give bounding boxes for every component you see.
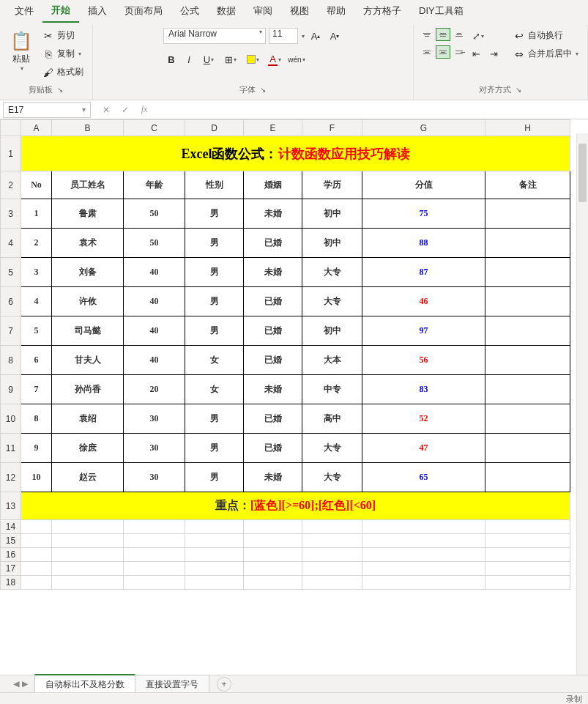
cell-marriage[interactable]: 已婚 bbox=[244, 434, 302, 463]
column-header[interactable]: H bbox=[485, 120, 570, 136]
align-right-button[interactable] bbox=[452, 45, 466, 59]
column-header[interactable]: D bbox=[185, 120, 244, 136]
align-top-button[interactable] bbox=[420, 28, 434, 41]
sheet-nav-next[interactable]: ▶ bbox=[22, 679, 28, 689]
empty-cell[interactable] bbox=[21, 548, 52, 562]
cell-education[interactable]: 大专 bbox=[302, 287, 362, 316]
cell-education[interactable]: 高中 bbox=[302, 404, 362, 434]
scrollbar-thumb[interactable] bbox=[578, 144, 587, 202]
empty-cell[interactable] bbox=[362, 548, 485, 562]
empty-cell[interactable] bbox=[302, 520, 362, 534]
cell-no[interactable]: 5 bbox=[21, 316, 52, 346]
empty-cell[interactable] bbox=[302, 562, 362, 576]
paste-button[interactable]: 📋 粘贴 ▾ bbox=[6, 28, 37, 75]
menu-file[interactable]: 文件 bbox=[6, 0, 42, 22]
row-header[interactable]: 18 bbox=[1, 576, 21, 590]
empty-cell[interactable] bbox=[485, 520, 570, 534]
empty-cell[interactable] bbox=[362, 576, 485, 590]
header-gender[interactable]: 性别 bbox=[185, 171, 244, 199]
empty-cell[interactable] bbox=[485, 548, 570, 562]
menu-home[interactable]: 开始 bbox=[42, 0, 79, 23]
empty-cell[interactable] bbox=[52, 520, 124, 534]
cell-no[interactable]: 1 bbox=[21, 199, 52, 229]
row-header[interactable]: 1 bbox=[1, 136, 21, 171]
cell-score[interactable]: 56 bbox=[362, 346, 485, 375]
cell-marriage[interactable]: 已婚 bbox=[244, 316, 302, 346]
header-name[interactable]: 员工姓名 bbox=[52, 171, 124, 199]
menu-data[interactable]: 数据 bbox=[208, 0, 245, 22]
cell-gender[interactable]: 男 bbox=[185, 258, 244, 287]
menu-help[interactable]: 帮助 bbox=[318, 0, 354, 22]
cell-no[interactable]: 3 bbox=[21, 258, 52, 287]
cell-name[interactable]: 孙尚香 bbox=[52, 375, 124, 404]
empty-cell[interactable] bbox=[52, 548, 124, 562]
column-header[interactable]: G bbox=[362, 120, 485, 136]
menu-insert[interactable]: 插入 bbox=[79, 0, 116, 22]
empty-cell[interactable] bbox=[21, 562, 52, 576]
cell-gender[interactable]: 男 bbox=[185, 434, 244, 463]
cell-remark[interactable] bbox=[485, 463, 570, 492]
menu-review[interactable]: 审阅 bbox=[245, 0, 281, 22]
cell-gender[interactable]: 男 bbox=[185, 229, 244, 258]
cell-education[interactable]: 初中 bbox=[302, 229, 362, 258]
empty-cell[interactable] bbox=[244, 548, 302, 562]
row-header[interactable]: 13 bbox=[1, 492, 21, 520]
cell-no[interactable]: 2 bbox=[21, 229, 52, 258]
empty-cell[interactable] bbox=[362, 562, 485, 576]
empty-cell[interactable] bbox=[485, 534, 570, 548]
cut-button[interactable]: ✂剪切 bbox=[40, 28, 86, 43]
cell-age[interactable]: 30 bbox=[124, 434, 185, 463]
copy-button[interactable]: ⎘复制▾ bbox=[40, 46, 86, 62]
menu-view[interactable]: 视图 bbox=[281, 0, 318, 22]
row-header[interactable]: 8 bbox=[1, 346, 21, 375]
row-header[interactable]: 12 bbox=[1, 463, 21, 492]
cell-age[interactable]: 50 bbox=[124, 199, 185, 229]
header-remark[interactable]: 备注 bbox=[485, 171, 570, 199]
font-size-select[interactable]: 11 bbox=[269, 28, 298, 44]
cell-remark[interactable] bbox=[485, 229, 570, 258]
cell-age[interactable]: 40 bbox=[124, 287, 185, 316]
cell-score[interactable]: 65 bbox=[362, 463, 485, 492]
cell-gender[interactable]: 女 bbox=[185, 375, 244, 404]
cell-marriage[interactable]: 已婚 bbox=[244, 346, 302, 375]
column-header[interactable]: B bbox=[52, 120, 124, 136]
cell-marriage[interactable]: 未婚 bbox=[244, 463, 302, 492]
cell-age[interactable]: 20 bbox=[124, 375, 185, 404]
vertical-scrollbar[interactable] bbox=[576, 133, 588, 675]
row-header[interactable]: 6 bbox=[1, 287, 21, 316]
empty-cell[interactable] bbox=[21, 520, 52, 534]
cell-name[interactable]: 袁绍 bbox=[52, 404, 124, 434]
row-header[interactable]: 14 bbox=[1, 520, 21, 534]
decrease-indent-button[interactable]: ⇤ bbox=[468, 45, 484, 62]
add-sheet-button[interactable]: + bbox=[217, 677, 231, 692]
cell-name[interactable]: 赵云 bbox=[52, 463, 124, 492]
cell-no[interactable]: 6 bbox=[21, 346, 52, 375]
select-all-corner[interactable] bbox=[1, 120, 21, 136]
cell-gender[interactable]: 女 bbox=[185, 346, 244, 375]
spreadsheet-grid[interactable]: A B C D E F G H 1 Excel函数公式：计数函数应用技巧解读 2… bbox=[0, 119, 588, 654]
cell-name[interactable]: 刘备 bbox=[52, 258, 124, 287]
dialog-launcher-icon[interactable]: ↘ bbox=[514, 86, 523, 95]
fx-button[interactable]: fx bbox=[138, 104, 151, 115]
empty-cell[interactable] bbox=[485, 562, 570, 576]
empty-cell[interactable] bbox=[485, 576, 570, 590]
cell-marriage[interactable]: 未婚 bbox=[244, 258, 302, 287]
empty-cell[interactable] bbox=[244, 562, 302, 576]
cell-remark[interactable] bbox=[485, 258, 570, 287]
row-header[interactable]: 5 bbox=[1, 258, 21, 287]
cell-name[interactable]: 许攸 bbox=[52, 287, 124, 316]
column-header[interactable]: C bbox=[124, 120, 185, 136]
cell-education[interactable]: 初中 bbox=[302, 316, 362, 346]
title-cell[interactable]: Excel函数公式：计数函数应用技巧解读 bbox=[21, 136, 570, 171]
cell-remark[interactable] bbox=[485, 287, 570, 316]
cell-name[interactable]: 甘夫人 bbox=[52, 346, 124, 375]
empty-cell[interactable] bbox=[124, 534, 185, 548]
row-header[interactable]: 3 bbox=[1, 199, 21, 229]
accept-formula-button[interactable]: ✓ bbox=[119, 105, 132, 115]
font-color-button[interactable]: A▾ bbox=[264, 51, 285, 67]
empty-cell[interactable] bbox=[185, 534, 244, 548]
empty-cell[interactable] bbox=[302, 548, 362, 562]
cell-marriage[interactable]: 未婚 bbox=[244, 375, 302, 404]
italic-button[interactable]: I bbox=[181, 51, 197, 67]
row-header[interactable]: 15 bbox=[1, 534, 21, 548]
